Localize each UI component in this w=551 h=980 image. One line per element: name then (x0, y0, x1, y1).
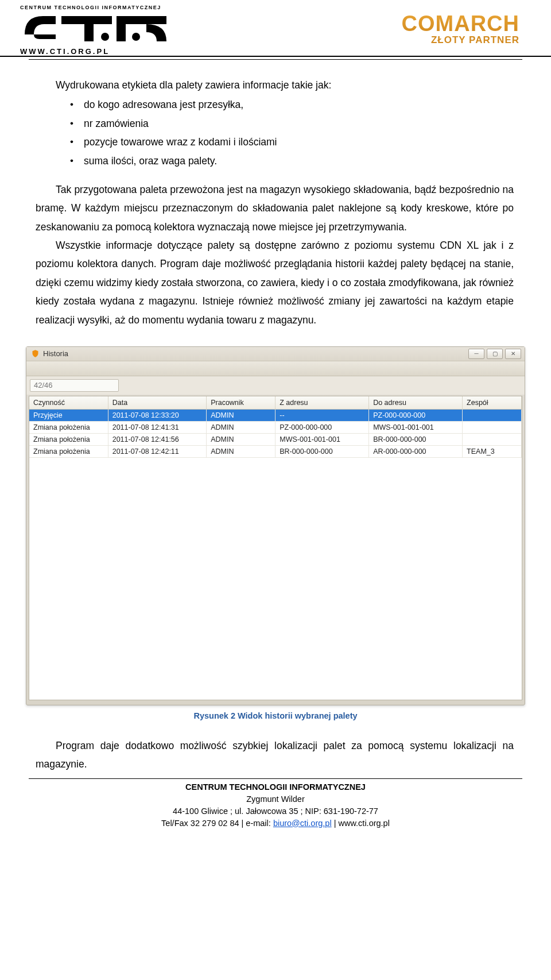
comarch-sub: ZŁOTY PARTNER (402, 34, 519, 46)
table-cell: ADMIN (207, 433, 276, 445)
bullet-item: do kogo adresowana jest przesyłka, (70, 95, 514, 114)
table-cell: AR-000-000-000 (369, 445, 463, 457)
table-cell (463, 421, 522, 433)
table-cell: 2011-07-08 12:42:11 (108, 445, 207, 457)
table-row[interactable]: Zmiana położenia2011-07-08 12:42:11ADMIN… (29, 445, 522, 457)
toolbar-strip (26, 361, 525, 376)
history-table: CzynnośćDataPracownikZ adresuDo adresuZe… (29, 396, 522, 458)
table-cell: ADMIN (207, 445, 276, 457)
footer-address: 44-100 Gliwice ; ul. Jałowcowa 35 ; NIP:… (29, 805, 522, 817)
screenshot-figure: Historia ─ ▢ ✕ CzynnośćDataPracownikZ ad… (26, 346, 525, 720)
logo-cti: CENTRUM TECHNOLOGII INFORMATYCZNEJ WWW.C… (20, 5, 166, 56)
cti-logo-icon (20, 11, 166, 46)
table-cell (463, 409, 522, 421)
footer-contact: Tel/Fax 32 279 02 84 | e-mail: biuro@cti… (29, 817, 522, 829)
column-header[interactable]: Data (108, 396, 207, 410)
filter-row (26, 376, 525, 395)
table-cell: MWS-001-001-001 (369, 421, 463, 433)
figure-caption: Rysunek 2 Widok historii wybranej palety (26, 711, 525, 720)
document-body-after: Program daje dodatkowo możliwość szybkie… (0, 736, 551, 774)
window-controls: ─ ▢ ✕ (468, 349, 521, 359)
logo-tagline-top: CENTRUM TECHNOLOGII INFORMATYCZNEJ (20, 5, 161, 10)
table-cell: BR-000-000-000 (369, 433, 463, 445)
svg-point-1 (132, 33, 140, 41)
table-row[interactable]: Zmiana położenia2011-07-08 12:41:56ADMIN… (29, 433, 522, 445)
table-header-row: CzynnośćDataPracownikZ adresuDo adresuZe… (29, 396, 522, 410)
grid-container: CzynnośćDataPracownikZ adresuDo adresuZe… (29, 396, 522, 700)
table-cell: -- (276, 409, 369, 421)
paragraph-intro: Wydrukowana etykieta dla palety zawiera … (36, 76, 514, 94)
table-cell: Zmiana położenia (29, 433, 108, 445)
footer-name: Zygmunt Wilder (29, 793, 522, 805)
window-title: Historia (43, 349, 68, 358)
paragraph-3: Wszystkie informacje dotyczące palety są… (36, 236, 514, 329)
table-cell: PZ-000-000-000 (369, 409, 463, 421)
bullet-item: pozycje towarowe wraz z kodami i ilościa… (70, 133, 514, 151)
table-cell (463, 433, 522, 445)
page-header: CENTRUM TECHNOLOGII INFORMATYCZNEJ WWW.C… (0, 0, 551, 57)
document-body: Wydrukowana etykieta dla palety zawiera … (0, 76, 551, 329)
column-header[interactable]: Do adresu (369, 396, 463, 410)
table-cell: BR-000-000-000 (276, 445, 369, 457)
column-header[interactable]: Pracownik (207, 396, 276, 410)
close-button[interactable]: ✕ (505, 349, 521, 359)
maximize-button[interactable]: ▢ (487, 349, 503, 359)
table-cell: Zmiana położenia (29, 445, 108, 457)
table-cell: MWS-001-001-001 (276, 433, 369, 445)
table-row[interactable]: Zmiana położenia2011-07-08 12:41:31ADMIN… (29, 421, 522, 433)
page-footer: CENTRUM TECHNOLOGII INFORMATYCZNEJ Zygmu… (29, 778, 522, 829)
comarch-brand: COMARCH (402, 13, 519, 34)
paragraph-after: Program daje dodatkowo możliwość szybkie… (36, 736, 514, 774)
table-cell: Zmiana położenia (29, 421, 108, 433)
titlebar-left: Historia (31, 349, 68, 358)
column-header[interactable]: Zespół (463, 396, 522, 410)
paragraph-2: Tak przygotowana paleta przewożona jest … (36, 180, 514, 236)
bullet-list: do kogo adresowana jest przesyłka,nr zam… (36, 95, 514, 170)
table-cell: TEAM_3 (463, 445, 522, 457)
filter-input[interactable] (30, 379, 119, 392)
table-cell: 2011-07-08 12:33:20 (108, 409, 207, 421)
table-cell: ADMIN (207, 409, 276, 421)
bullet-item: nr zamówienia (70, 114, 514, 133)
table-cell: PZ-000-000-000 (276, 421, 369, 433)
table-cell: Przyjęcie (29, 409, 108, 421)
table-cell: 2011-07-08 12:41:56 (108, 433, 207, 445)
logo-url: WWW.CTI.ORG.PL (20, 47, 110, 56)
svg-point-0 (101, 33, 109, 41)
shield-icon (31, 349, 40, 358)
minimize-button[interactable]: ─ (468, 349, 484, 359)
column-header[interactable]: Z adresu (276, 396, 369, 410)
logo-comarch: COMARCH ZŁOTY PARTNER (402, 5, 519, 46)
app-window: Historia ─ ▢ ✕ CzynnośćDataPracownikZ ad… (26, 346, 525, 705)
table-cell: 2011-07-08 12:41:31 (108, 421, 207, 433)
footer-org: CENTRUM TECHNOLOGII INFORMATYCZNEJ (185, 782, 366, 792)
table-row[interactable]: Przyjęcie2011-07-08 12:33:20ADMIN--PZ-00… (29, 409, 522, 421)
footer-email-link[interactable]: biuro@cti.org.pl (273, 819, 332, 828)
bullet-item: suma ilości, oraz waga palety. (70, 152, 514, 170)
window-titlebar: Historia ─ ▢ ✕ (26, 347, 525, 361)
header-divider (29, 59, 522, 60)
column-header[interactable]: Czynność (29, 396, 108, 410)
table-cell: ADMIN (207, 421, 276, 433)
